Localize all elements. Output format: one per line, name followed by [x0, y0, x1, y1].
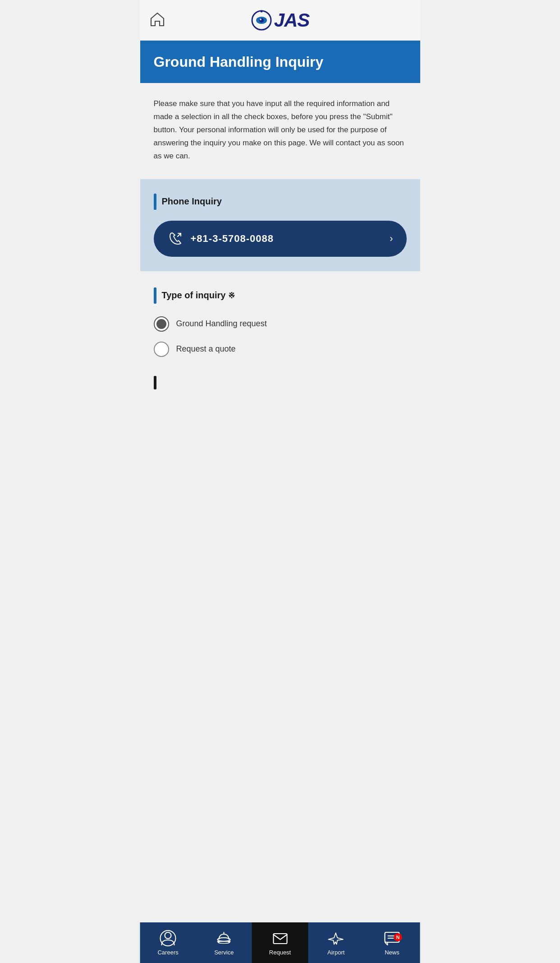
phone-heading-text: Phone Inquiry — [162, 196, 222, 207]
phone-chevron-icon: › — [390, 233, 393, 245]
inquiry-heading-bar — [154, 287, 156, 304]
section-bar-bottom — [140, 376, 420, 389]
logo: JAS — [251, 9, 310, 31]
inquiry-heading: Type of inquiry ※ — [154, 287, 407, 304]
app-header: JAS — [140, 0, 420, 41]
info-text: Please make sure that you have input all… — [154, 97, 407, 162]
heading-bar — [154, 194, 156, 210]
radio-selected-indicator — [156, 319, 166, 329]
phone-icon — [167, 231, 184, 247]
phone-number: +81-3-5708-0088 — [191, 233, 274, 245]
radio-label-ground-handling: Ground Handling request — [176, 319, 267, 329]
home-button[interactable] — [149, 11, 165, 29]
page-banner: Ground Handling Inquiry — [140, 41, 420, 83]
phone-left: +81-3-5708-0088 — [167, 231, 274, 247]
radio-label-quote: Request a quote — [176, 344, 236, 354]
svg-point-4 — [260, 10, 262, 12]
svg-point-2 — [259, 18, 264, 23]
info-section: Please make sure that you have input all… — [140, 83, 420, 179]
inquiry-heading-text: Type of inquiry ※ — [162, 290, 235, 301]
inquiry-section: Type of inquiry ※ Ground Handling reques… — [140, 271, 420, 376]
next-section-bar — [154, 376, 156, 389]
radio-option-quote[interactable]: Request a quote — [154, 342, 407, 357]
home-icon — [149, 11, 165, 28]
phone-heading: Phone Inquiry — [154, 194, 407, 210]
required-asterisk: ※ — [228, 291, 235, 300]
logo-icon — [251, 9, 272, 31]
radio-button-ground-handling[interactable] — [154, 316, 169, 332]
page-title: Ground Handling Inquiry — [154, 53, 407, 70]
phone-section: Phone Inquiry +81-3-5708-0088 › — [140, 179, 420, 271]
radio-button-quote[interactable] — [154, 342, 169, 357]
logo-text: JAS — [274, 11, 310, 30]
radio-option-ground-handling[interactable]: Ground Handling request — [154, 316, 407, 332]
phone-call-button[interactable]: +81-3-5708-0088 › — [154, 221, 407, 257]
svg-point-3 — [260, 19, 262, 20]
